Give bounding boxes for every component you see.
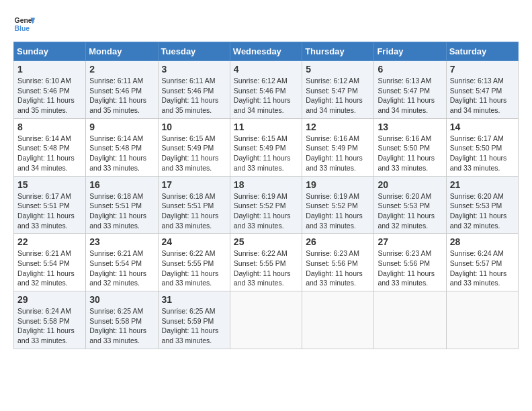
day-info: Sunrise: 6:24 AM Sunset: 5:57 PM Dayligh…: [450, 248, 515, 288]
calendar-week-3: 15Sunrise: 6:17 AM Sunset: 5:51 PM Dayli…: [14, 176, 519, 234]
calendar-cell: 12Sunrise: 6:16 AM Sunset: 5:49 PM Dayli…: [302, 118, 374, 176]
day-number: 30: [89, 294, 154, 305]
day-number: 4: [234, 64, 298, 75]
calendar-cell: 14Sunrise: 6:17 AM Sunset: 5:50 PM Dayli…: [446, 118, 518, 176]
calendar-cell: 1Sunrise: 6:10 AM Sunset: 5:46 PM Daylig…: [14, 61, 86, 119]
svg-text:Blue: Blue: [15, 25, 30, 32]
header-tuesday: Tuesday: [158, 42, 230, 61]
day-info: Sunrise: 6:15 AM Sunset: 5:49 PM Dayligh…: [234, 134, 298, 173]
calendar-cell: 4Sunrise: 6:12 AM Sunset: 5:46 PM Daylig…: [230, 61, 302, 119]
day-info: Sunrise: 6:24 AM Sunset: 5:58 PM Dayligh…: [17, 306, 82, 346]
calendar-cell: [374, 291, 446, 349]
calendar-cell: 23Sunrise: 6:21 AM Sunset: 5:54 PM Dayli…: [86, 234, 158, 291]
day-info: Sunrise: 6:22 AM Sunset: 5:55 PM Dayligh…: [234, 248, 298, 288]
header-friday: Friday: [374, 42, 446, 61]
calendar-cell: 29Sunrise: 6:24 AM Sunset: 5:58 PM Dayli…: [14, 291, 86, 349]
calendar-cell: 15Sunrise: 6:17 AM Sunset: 5:51 PM Dayli…: [14, 176, 86, 234]
day-number: 19: [306, 179, 370, 190]
calendar-week-2: 8Sunrise: 6:14 AM Sunset: 5:48 PM Daylig…: [14, 118, 519, 176]
calendar-cell: 11Sunrise: 6:15 AM Sunset: 5:49 PM Dayli…: [230, 118, 302, 176]
header-monday: Monday: [86, 42, 158, 61]
day-number: 6: [378, 64, 442, 75]
calendar-cell: 28Sunrise: 6:24 AM Sunset: 5:57 PM Dayli…: [446, 234, 518, 291]
day-info: Sunrise: 6:10 AM Sunset: 5:46 PM Dayligh…: [17, 76, 82, 116]
day-number: 7: [450, 64, 515, 75]
day-info: Sunrise: 6:16 AM Sunset: 5:50 PM Dayligh…: [378, 134, 442, 173]
day-number: 20: [378, 179, 442, 190]
calendar-cell: 2Sunrise: 6:11 AM Sunset: 5:46 PM Daylig…: [86, 61, 158, 119]
header-sunday: Sunday: [14, 42, 86, 61]
day-info: Sunrise: 6:23 AM Sunset: 5:56 PM Dayligh…: [306, 248, 370, 288]
calendar-cell: 17Sunrise: 6:18 AM Sunset: 5:51 PM Dayli…: [158, 176, 230, 234]
day-number: 22: [17, 236, 82, 247]
day-number: 29: [17, 294, 82, 305]
calendar-cell: 8Sunrise: 6:14 AM Sunset: 5:48 PM Daylig…: [14, 118, 86, 176]
day-info: Sunrise: 6:14 AM Sunset: 5:48 PM Dayligh…: [89, 134, 154, 173]
day-number: 13: [378, 122, 442, 132]
calendar-cell: 7Sunrise: 6:13 AM Sunset: 5:47 PM Daylig…: [446, 61, 518, 119]
day-info: Sunrise: 6:23 AM Sunset: 5:56 PM Dayligh…: [378, 248, 442, 288]
day-info: Sunrise: 6:21 AM Sunset: 5:54 PM Dayligh…: [17, 248, 82, 288]
day-number: 11: [234, 122, 298, 132]
calendar-cell: 19Sunrise: 6:19 AM Sunset: 5:52 PM Dayli…: [302, 176, 374, 234]
calendar-cell: 24Sunrise: 6:22 AM Sunset: 5:55 PM Dayli…: [158, 234, 230, 291]
calendar-cell: 30Sunrise: 6:25 AM Sunset: 5:58 PM Dayli…: [86, 291, 158, 349]
calendar-cell: 10Sunrise: 6:15 AM Sunset: 5:49 PM Dayli…: [158, 118, 230, 176]
day-number: 18: [234, 179, 298, 190]
day-number: 15: [17, 179, 82, 190]
day-number: 9: [89, 122, 154, 132]
calendar-cell: [230, 291, 302, 349]
calendar-cell: 9Sunrise: 6:14 AM Sunset: 5:48 PM Daylig…: [86, 118, 158, 176]
day-info: Sunrise: 6:21 AM Sunset: 5:54 PM Dayligh…: [89, 248, 154, 288]
day-info: Sunrise: 6:12 AM Sunset: 5:46 PM Dayligh…: [234, 76, 298, 116]
calendar-cell: 21Sunrise: 6:20 AM Sunset: 5:53 PM Dayli…: [446, 176, 518, 234]
calendar-cell: 31Sunrise: 6:25 AM Sunset: 5:59 PM Dayli…: [158, 291, 230, 349]
calendar-week-1: 1Sunrise: 6:10 AM Sunset: 5:46 PM Daylig…: [14, 61, 519, 119]
day-number: 24: [162, 236, 226, 247]
day-number: 14: [450, 122, 515, 132]
day-number: 17: [162, 179, 226, 190]
day-info: Sunrise: 6:17 AM Sunset: 5:51 PM Dayligh…: [17, 191, 82, 231]
day-number: 10: [162, 122, 226, 132]
header-saturday: Saturday: [446, 42, 518, 61]
day-info: Sunrise: 6:18 AM Sunset: 5:51 PM Dayligh…: [89, 191, 154, 231]
day-info: Sunrise: 6:17 AM Sunset: 5:50 PM Dayligh…: [450, 134, 515, 173]
calendar-cell: 26Sunrise: 6:23 AM Sunset: 5:56 PM Dayli…: [302, 234, 374, 291]
calendar-cell: 6Sunrise: 6:13 AM Sunset: 5:47 PM Daylig…: [374, 61, 446, 119]
day-number: 21: [450, 179, 515, 190]
day-info: Sunrise: 6:11 AM Sunset: 5:46 PM Dayligh…: [162, 76, 226, 116]
day-info: Sunrise: 6:18 AM Sunset: 5:51 PM Dayligh…: [162, 191, 226, 231]
calendar-cell: [446, 291, 518, 349]
day-info: Sunrise: 6:13 AM Sunset: 5:47 PM Dayligh…: [450, 76, 515, 116]
calendar-cell: 5Sunrise: 6:12 AM Sunset: 5:47 PM Daylig…: [302, 61, 374, 119]
day-info: Sunrise: 6:16 AM Sunset: 5:49 PM Dayligh…: [306, 134, 370, 173]
header-wednesday: Wednesday: [230, 42, 302, 61]
day-info: Sunrise: 6:25 AM Sunset: 5:59 PM Dayligh…: [162, 306, 226, 346]
day-info: Sunrise: 6:11 AM Sunset: 5:46 PM Dayligh…: [89, 76, 154, 116]
calendar-week-4: 22Sunrise: 6:21 AM Sunset: 5:54 PM Dayli…: [14, 234, 519, 291]
calendar-cell: 20Sunrise: 6:20 AM Sunset: 5:53 PM Dayli…: [374, 176, 446, 234]
day-number: 2: [89, 64, 154, 75]
header-thursday: Thursday: [302, 42, 374, 61]
day-info: Sunrise: 6:15 AM Sunset: 5:49 PM Dayligh…: [162, 134, 226, 173]
day-info: Sunrise: 6:19 AM Sunset: 5:52 PM Dayligh…: [306, 191, 370, 231]
calendar-header-row: SundayMondayTuesdayWednesdayThursdayFrid…: [14, 42, 519, 61]
calendar-cell: 18Sunrise: 6:19 AM Sunset: 5:52 PM Dayli…: [230, 176, 302, 234]
day-number: 5: [306, 64, 370, 75]
day-number: 8: [17, 122, 82, 132]
day-info: Sunrise: 6:22 AM Sunset: 5:55 PM Dayligh…: [162, 248, 226, 288]
day-number: 25: [234, 236, 298, 247]
calendar-cell: 16Sunrise: 6:18 AM Sunset: 5:51 PM Dayli…: [86, 176, 158, 234]
day-number: 31: [162, 294, 226, 305]
calendar-table: SundayMondayTuesdayWednesdayThursdayFrid…: [13, 42, 519, 349]
calendar-cell: 3Sunrise: 6:11 AM Sunset: 5:46 PM Daylig…: [158, 61, 230, 119]
day-number: 3: [162, 64, 226, 75]
day-info: Sunrise: 6:25 AM Sunset: 5:58 PM Dayligh…: [89, 306, 154, 346]
day-number: 28: [450, 236, 515, 247]
day-number: 12: [306, 122, 370, 132]
calendar-cell: [302, 291, 374, 349]
day-info: Sunrise: 6:20 AM Sunset: 5:53 PM Dayligh…: [378, 191, 442, 231]
page-header: General Blue: [13, 13, 519, 35]
logo-icon: General Blue: [13, 13, 35, 35]
day-info: Sunrise: 6:12 AM Sunset: 5:47 PM Dayligh…: [306, 76, 370, 116]
